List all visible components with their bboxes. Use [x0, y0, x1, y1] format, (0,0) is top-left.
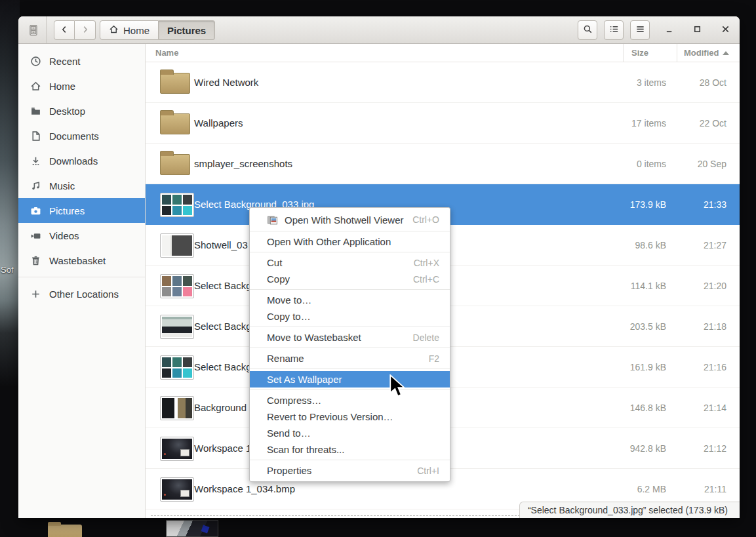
- file-name: Select Backg: [194, 361, 252, 372]
- file-row[interactable]: Wired Network 3 items 28 Oct: [146, 62, 740, 103]
- column-divider: [677, 44, 677, 62]
- sidebar-item-desktop[interactable]: Desktop: [18, 98, 145, 123]
- sidebar-divider: [18, 277, 145, 277]
- back-icon: [60, 25, 69, 36]
- desktop-icon-label: Sof: [1, 265, 14, 275]
- headerbar-separator: [46, 16, 47, 43]
- file-modified: 20 Sep: [615, 159, 726, 169]
- desktop-folder-icon[interactable]: [48, 525, 82, 537]
- menu-item-open-with-shotwell-viewer[interactable]: Open With Shotwell ViewerCtrl+O: [250, 210, 450, 229]
- view-toggle-button[interactable]: [604, 20, 624, 40]
- sidebar-item-music[interactable]: Music: [18, 173, 145, 198]
- file-name: Select Backg: [194, 321, 252, 332]
- sidebar-item-pictures[interactable]: Pictures: [18, 198, 145, 223]
- sidebar-item-label: Downloads: [49, 155, 98, 167]
- column-header-name[interactable]: Name: [155, 48, 178, 58]
- file-modified: 21:18: [615, 321, 726, 332]
- menu-item-copy-to[interactable]: Copy to…: [250, 308, 450, 325]
- file-name: smplayer_screenshots: [194, 158, 292, 169]
- file-row[interactable]: smplayer_screenshots 0 items 20 Sep: [146, 144, 740, 184]
- menu-item-copy[interactable]: CopyCtrl+C: [250, 271, 450, 287]
- file-name: Shotwell_03: [194, 239, 248, 250]
- sidebar-item-videos[interactable]: Videos: [18, 223, 145, 248]
- sidebar-item-home[interactable]: Home: [18, 73, 145, 98]
- menu-separator: [250, 327, 450, 327]
- file-row[interactable]: Wallpapers 17 items 22 Oct: [146, 103, 740, 144]
- file-modified: 21:12: [615, 443, 726, 454]
- menu-separator: [250, 252, 450, 252]
- column-header-row: Name Size Modified: [146, 44, 740, 62]
- menu-separator: [250, 289, 450, 290]
- file-name: Workspace 1_034.bmp: [194, 483, 295, 494]
- maximize-button[interactable]: [688, 20, 707, 40]
- menu-item-label: Send to…: [267, 428, 311, 439]
- file-modified: 28 Oct: [615, 77, 726, 88]
- menu-item-move-to[interactable]: Move to…: [250, 292, 450, 308]
- breadcrumb-home-label: Home: [123, 25, 149, 36]
- status-bar-text: “Select Background_033.jpg” selected (17…: [528, 505, 728, 515]
- sidebar-item-downloads[interactable]: Downloads: [18, 148, 145, 173]
- sidebar-item-label: Desktop: [49, 106, 85, 117]
- headerbar: Home Pictures: [18, 16, 740, 44]
- image-thumbnail: [160, 396, 194, 420]
- context-menu: Open With Shotwell ViewerCtrl+OOpen With…: [249, 207, 450, 482]
- menu-item-label: Open With Other Application: [267, 236, 391, 247]
- menu-separator: [250, 389, 450, 390]
- menu-item-revert-to-previous-version[interactable]: Revert to Previous Version…: [250, 408, 450, 425]
- menu-item-label: Revert to Previous Version…: [267, 411, 393, 422]
- column-header-modified[interactable]: Modified: [684, 48, 729, 58]
- sidebar-item-other-locations[interactable]: Other Locations: [18, 281, 145, 306]
- breadcrumb-home-button[interactable]: Home: [100, 20, 159, 40]
- close-button[interactable]: [715, 20, 735, 40]
- file-modified: 21:16: [615, 362, 726, 372]
- column-header-size[interactable]: Size: [631, 48, 648, 58]
- app-menu-button[interactable]: [630, 20, 650, 40]
- menu-item-compress[interactable]: Compress…: [250, 392, 450, 408]
- back-button[interactable]: [54, 20, 75, 40]
- menu-item-label: Scan for threats...: [267, 444, 344, 455]
- menu-item-send-to[interactable]: Send to…: [250, 425, 450, 441]
- desktop: { "colors": { "accent": "#4a90d9", "head…: [0, 0, 756, 537]
- menu-item-label: Move to Wastebasket: [267, 332, 361, 343]
- desktop-folder-icon: [30, 106, 41, 117]
- music-icon: [30, 180, 41, 191]
- shotwell-photos-icon: [267, 214, 278, 226]
- file-name: Background: [194, 402, 247, 413]
- downloads-icon: [30, 155, 41, 167]
- menu-item-set-as-wallpaper[interactable]: Set As Wallpaper: [250, 371, 450, 388]
- menu-item-open-with-other-application[interactable]: Open With Other Application: [250, 233, 450, 250]
- menu-item-move-to-wastebasket[interactable]: Move to WastebasketDelete: [250, 329, 450, 346]
- sidebar-item-recent[interactable]: Recent: [18, 49, 145, 73]
- breadcrumb-pictures-button[interactable]: Pictures: [159, 20, 215, 40]
- search-button[interactable]: [578, 20, 597, 40]
- menu-item-label: Copy to…: [267, 311, 311, 322]
- hamburger-menu-icon: [635, 24, 645, 36]
- home-icon: [30, 81, 41, 92]
- menu-item-rename[interactable]: RenameF2: [250, 350, 450, 367]
- menu-item-accelerator: Delete: [413, 332, 439, 343]
- menu-item-properties[interactable]: PropertiesCtrl+I: [250, 462, 450, 479]
- file-name: Workspace 1: [194, 443, 251, 454]
- menu-item-cut[interactable]: CutCtrl+X: [250, 254, 450, 271]
- image-thumbnail: [160, 193, 194, 217]
- file-modified: 21:14: [615, 403, 726, 413]
- breadcrumb-pictures-label: Pictures: [167, 25, 206, 36]
- sidebar-item-wastebasket[interactable]: Wastebasket: [18, 248, 145, 273]
- forward-button[interactable]: [75, 20, 96, 40]
- column-divider: [623, 44, 624, 62]
- files-app-icon[interactable]: [25, 22, 42, 39]
- menu-item-accelerator: Ctrl+C: [413, 274, 439, 285]
- image-thumbnail: [160, 355, 194, 380]
- minimize-button[interactable]: [660, 20, 679, 40]
- menu-separator: [250, 231, 450, 231]
- menu-item-scan-for-threats[interactable]: Scan for threats...: [250, 441, 450, 458]
- desktop-image-icon[interactable]: [166, 520, 218, 537]
- sidebar-item-label: Home: [49, 81, 75, 92]
- close-icon: [721, 24, 730, 37]
- sidebar-item-label: Videos: [49, 230, 79, 241]
- recent-clock-icon: [30, 56, 41, 67]
- sort-ascending-icon: [723, 51, 729, 55]
- mouse-cursor: [389, 374, 407, 401]
- forward-icon: [81, 25, 90, 36]
- sidebar-item-documents[interactable]: Documents: [18, 123, 145, 148]
